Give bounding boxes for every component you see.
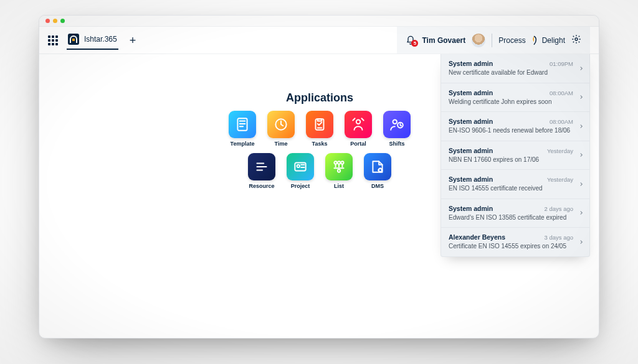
brand-text-right: Delight (542, 36, 565, 45)
app-label: Project (291, 183, 310, 189)
notification-time: 2 days ago (545, 205, 573, 212)
notification-item[interactable]: System admin08:00AMWelding certificate J… (441, 83, 589, 113)
template-icon (234, 116, 250, 133)
notification-item[interactable]: System admin2 days agoEdward's EN ISO 13… (441, 199, 589, 228)
app-label: List (334, 183, 344, 189)
notification-message: EN-ISO 9606-1 needs renewal before 18/06 (449, 126, 573, 135)
portal-icon (350, 116, 366, 133)
svg-point-0 (575, 38, 578, 40)
content-area: Applications TemplateTimeTasksPortalShif… (39, 54, 599, 338)
svg-rect-1 (237, 118, 247, 131)
window-minimize-icon[interactable] (53, 19, 57, 23)
app-project[interactable]: Project (285, 153, 316, 189)
list-icon (331, 159, 347, 175)
svg-point-8 (297, 165, 300, 167)
app-resource[interactable]: Resource (246, 153, 277, 189)
brand-mark-icon (528, 35, 540, 46)
chevron-right-icon (578, 149, 584, 161)
tab-label: Ishtar.365 (84, 35, 117, 44)
notification-item[interactable]: System adminYesterdayEN ISO 14555 certif… (441, 170, 589, 199)
notification-sender: System admin (449, 89, 493, 96)
notification-time: 3 days ago (545, 234, 573, 241)
brand-text-left: Process (498, 36, 525, 45)
app-window: Ishtar.365 + 5 Tim Govaert Process Delig… (39, 15, 599, 338)
app-tasks[interactable]: Tasks (304, 111, 335, 147)
notification-time: Yesterday (547, 176, 573, 183)
notification-sender: Alexander Beyens (449, 233, 505, 241)
dms-icon (369, 159, 386, 175)
divider (492, 34, 492, 47)
app-template[interactable]: Template (227, 111, 258, 147)
notification-message: Certificate EN ISO 14555 expires on 24/0… (449, 242, 573, 251)
app-time[interactable]: Time (265, 111, 297, 147)
current-user-name: Tim Govaert (422, 36, 465, 45)
notification-message: New certificate available for Edward (449, 68, 573, 77)
resource-tile (248, 153, 275, 180)
notifications-button[interactable]: 5 (406, 35, 416, 45)
chevron-right-icon (578, 63, 584, 74)
svg-point-4 (356, 119, 361, 124)
active-tab[interactable]: Ishtar.365 (67, 31, 118, 50)
project-tile (287, 153, 314, 180)
notification-message: Welding certificate John expires soon (449, 98, 573, 106)
notification-time: Yesterday (547, 147, 573, 154)
app-label: Time (275, 141, 288, 147)
notification-sender: System admin (449, 60, 493, 67)
chevron-right-icon (578, 207, 584, 218)
app-label: Portal (350, 141, 366, 147)
notification-item[interactable]: System adminYesterdayNBN EN 17660 expire… (441, 141, 589, 170)
app-label: Tasks (312, 141, 328, 147)
window-titlebar (39, 16, 599, 27)
applications-section: Applications TemplateTimeTasksPortalShif… (220, 91, 419, 189)
notification-message: NBN EN 17660 expires on 17/06 (449, 156, 573, 164)
chevron-right-icon (578, 91, 584, 103)
dms-tile (364, 153, 391, 180)
app-label: DMS (371, 183, 384, 189)
tasks-icon (312, 116, 328, 133)
avatar[interactable] (472, 34, 485, 47)
notification-item[interactable]: System admin01:09PMNew certificate avail… (441, 54, 589, 83)
app-list[interactable]: List (323, 153, 355, 189)
shifts-tile (383, 111, 411, 138)
notification-sender: System admin (449, 205, 493, 212)
svg-point-12 (338, 169, 340, 172)
window-maximize-icon[interactable] (60, 19, 65, 23)
resource-icon (254, 159, 270, 175)
chevron-right-icon (578, 236, 584, 248)
notification-time: 01:09PM (550, 60, 573, 67)
notification-item[interactable]: System admin08:00AMEN-ISO 9606-1 needs r… (441, 112, 589, 141)
notification-time: 08:00AM (550, 90, 573, 96)
app-label: Resource (249, 183, 274, 189)
app-dms[interactable]: DMS (362, 153, 393, 189)
svg-point-5 (393, 119, 398, 124)
notification-sender: System admin (449, 118, 493, 125)
notification-count-badge: 5 (411, 40, 418, 47)
time-icon (273, 116, 289, 133)
notifications-panel: System admin01:09PMNew certificate avail… (440, 54, 590, 257)
list-tile (325, 153, 353, 180)
notification-message: EN ISO 14555 certificate received (449, 184, 573, 193)
settings-button[interactable] (571, 34, 581, 46)
app-portal[interactable]: Portal (343, 111, 374, 147)
time-tile (267, 111, 295, 138)
topbar: Ishtar.365 + 5 Tim Govaert Process Delig… (39, 27, 599, 54)
add-tab-button[interactable]: + (130, 35, 136, 46)
header-right: 5 Tim Govaert Process Delight (397, 27, 590, 54)
chevron-right-icon (578, 179, 584, 190)
brand-logo: Process Delight (498, 35, 565, 46)
notification-item[interactable]: Alexander Beyens3 days agoCertificate EN… (441, 228, 589, 256)
notification-message: Edward's EN ISO 13585 certificate expire… (449, 213, 573, 222)
applications-grid: TemplateTimeTasksPortalShiftsResourcePro… (220, 111, 419, 189)
app-shifts[interactable]: Shifts (381, 111, 412, 147)
template-tile (229, 111, 256, 138)
app-label: Shifts (389, 141, 404, 147)
window-close-icon[interactable] (45, 19, 50, 23)
project-icon (292, 159, 308, 175)
portal-tile (345, 111, 372, 138)
app-label: Template (231, 141, 255, 147)
tasks-tile (306, 111, 333, 138)
chevron-right-icon (578, 121, 584, 132)
app-launcher-icon[interactable] (48, 35, 58, 45)
shifts-icon (389, 116, 405, 133)
applications-heading: Applications (220, 91, 419, 105)
